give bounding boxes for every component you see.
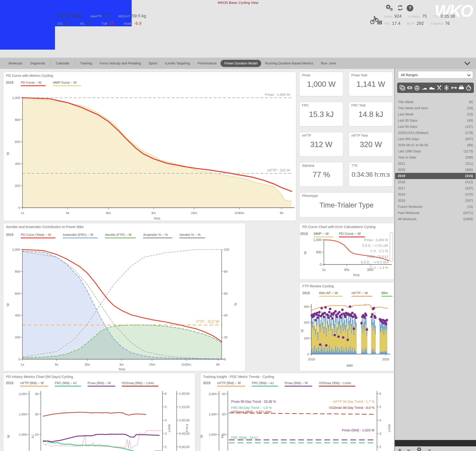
scrollbar-thumb[interactable]: [390, 232, 393, 262]
svg-text:L/min: L/min: [167, 424, 171, 432]
tab-calendar[interactable]: Calendar: [52, 60, 73, 67]
range-item-2020-06-01-to-08-05[interactable]: 2020-06-01 to 08-05(88): [395, 142, 476, 148]
svg-text:30s: 30s: [106, 211, 111, 215]
metric-value-tsb: 33: [109, 21, 114, 26]
svg-text:VO2max 90-Day Trend - 0.0 %: VO2max 90-Day Trend - 0.0 %: [329, 406, 375, 410]
range-label: Future Workouts: [398, 205, 422, 209]
settings-gears-icon[interactable]: [385, 4, 394, 12]
range-count: (179): [465, 131, 473, 135]
range-count: (1173): [464, 149, 473, 153]
strength-icon[interactable]: [451, 85, 457, 91]
panel-training-insight: Training Insight - PDC Metric Trends - C…: [200, 373, 394, 451]
svg-text:30: 30: [35, 413, 38, 416]
svg-text:Pmax - 1,000 W: Pmax - 1,000 W: [265, 93, 290, 96]
svg-text:W: W: [6, 152, 10, 155]
range-item-2021[interactable]: 2021(311): [395, 161, 476, 167]
range-item-2020[interactable]: 2020(366): [395, 167, 476, 173]
range-item-year-to-date[interactable]: Year to Date(299): [395, 154, 476, 161]
svg-text:600: 600: [15, 292, 20, 295]
range-item-2016[interactable]: 2016(475): [395, 191, 476, 198]
svg-text:kJ: kJ: [31, 435, 34, 438]
stopwatch-icon[interactable]: [465, 85, 472, 91]
equipment-icon[interactable]: [458, 85, 464, 91]
tab-workouts[interactable]: Workouts: [5, 60, 26, 67]
svg-text:2,000: 2,000: [209, 392, 217, 396]
svg-text:1,000: 1,000: [19, 433, 27, 436]
cycling-icon[interactable]: [414, 85, 420, 91]
svg-text:2: 2: [379, 445, 381, 449]
range-item-last-90-days[interactable]: Last 90 Days(137): [395, 124, 476, 130]
range-item-2015[interactable]: 2015(267): [395, 198, 476, 204]
snow-icon[interactable]: [443, 85, 450, 91]
range-count: (475): [465, 193, 473, 196]
svg-text:80: 80: [224, 270, 228, 273]
range-label: Last Week: [398, 113, 413, 116]
svg-text:2019: 2019: [308, 357, 315, 361]
range-item-2020-12-11-90days[interactable]: 2020/12/11-(90days)(179): [395, 130, 476, 136]
tab-segments[interactable]: Segments: [26, 60, 49, 67]
svg-text:W: W: [300, 329, 304, 332]
swim-icon[interactable]: [429, 85, 435, 91]
metric-card-frc-year: FRC Year14.8 kJ: [349, 102, 393, 126]
metric-value-frc: 17.4: [392, 21, 400, 26]
svg-text:1,000: 1,000: [209, 433, 217, 436]
svg-text:0: 0: [307, 352, 309, 356]
card-value: 1,000 W: [300, 80, 343, 89]
sport-filter-toolbar: [397, 83, 474, 93]
range-count: (88): [467, 143, 473, 147]
range-item-last-week[interactable]: Last Week(10): [395, 111, 476, 117]
range-item-this-week[interactable]: This Week(9): [395, 99, 476, 105]
tab-running-duration-based-metrics[interactable]: Running Duration-Based Metrics: [261, 60, 317, 67]
svg-text:40: 40: [35, 392, 38, 396]
help-icon[interactable]: ?: [407, 5, 413, 12]
multi-select-icon[interactable]: [399, 85, 406, 91]
sync-refresh-icon[interactable]: [396, 4, 404, 12]
tab-power-duration-model[interactable]: Power Duration Model: [221, 60, 261, 67]
card-value: 0:34:36 h:m:s: [349, 171, 393, 178]
range-count: (299): [465, 156, 473, 159]
range-settings-gear-icon[interactable]: [416, 446, 422, 451]
card-label: Pmax: [302, 73, 311, 77]
range-item-2019[interactable]: 2019(315): [395, 173, 476, 179]
metric-value-ramp: -6.9: [134, 21, 142, 26]
range-item-last-1095-days[interactable]: Last 1095 Days(1173): [395, 148, 476, 154]
chevron-down-icon[interactable]: [428, 449, 431, 451]
tab-performance[interactable]: Performance: [194, 60, 221, 67]
tab-ilevels-targeting[interactable]: iLevels Targeting: [161, 60, 194, 67]
range-count: (10): [467, 113, 473, 116]
add-range-button[interactable]: +: [398, 447, 401, 451]
range-item-last-30-days[interactable]: Last 30 Days(45): [395, 117, 476, 124]
range-item-2018[interactable]: 2018(412): [395, 179, 476, 185]
svg-text:W: W: [6, 303, 10, 306]
run-icon[interactable]: [421, 85, 428, 91]
range-filter-select[interactable]: All Ranges: [398, 71, 473, 79]
range-item-past-workouts[interactable]: Past Workouts(2471): [395, 210, 476, 216]
privacy-mask: [0, 26, 55, 50]
card-label: mFTP Year: [351, 134, 368, 138]
range-sidebar: All Ranges This Week(9)This Week and Nex…: [395, 69, 476, 451]
svg-text:3: 3: [165, 432, 167, 435]
svg-text:L/min: L/min: [387, 424, 391, 432]
wko-app-window: WKO5 Basic Cycling View Time-Trialer bik…: [0, 0, 476, 451]
app-header: WKO5 Basic Cycling View Time-Trialer bik…: [0, 0, 476, 58]
range-item-future-workouts[interactable]: Future Workouts(13): [395, 204, 476, 210]
remove-range-button[interactable]: −: [407, 447, 411, 451]
range-label: Year to Date: [398, 156, 416, 159]
chevron-down-icon[interactable]: [464, 62, 470, 66]
range-item-all-workouts[interactable]: All Workouts(2483): [395, 216, 476, 222]
tab-training[interactable]: Training: [76, 60, 96, 67]
athlete-name: Time-Trialer: [57, 13, 83, 19]
range-item-2017[interactable]: 2017(337): [395, 185, 476, 191]
range-item-last-365-days[interactable]: Last 365 Days(607): [395, 136, 476, 142]
paddle-icon[interactable]: [436, 85, 442, 91]
svg-text:h:m:s: h:m:s: [185, 424, 189, 432]
svg-text:100: 100: [304, 337, 309, 340]
tab-force-velocity-and-pedaling[interactable]: Force Velocity and Pedaling: [96, 60, 145, 67]
svg-text:VO2max (90d) - 4.52 L/min: VO2max (90d) - 4.52 L/min: [231, 410, 271, 414]
bike-chain-icon[interactable]: [406, 85, 413, 91]
tab-run-zone[interactable]: Run- zone: [317, 60, 340, 67]
tab-sprint[interactable]: Sprint: [145, 60, 161, 67]
metric-card-pmax: Pmax1,000 W: [299, 72, 343, 96]
range-item-this-week-and-next[interactable]: This Week and Next(20): [395, 105, 476, 111]
svg-text:S.E.E. - +/-0.2 ±kJ: S.E.E. - +/-0.2 ±kJ: [361, 260, 388, 264]
